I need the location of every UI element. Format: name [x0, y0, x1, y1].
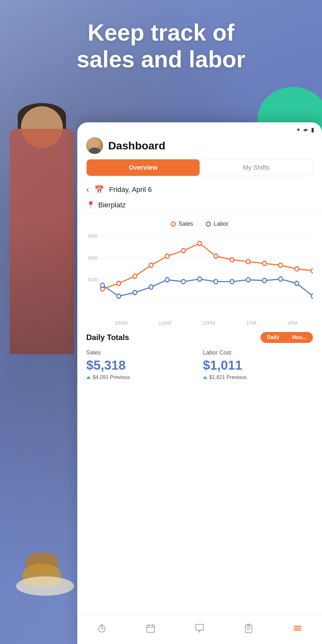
signal-icon: ◂▪ [303, 126, 308, 133]
hero-section: Keep track of sales and labor [0, 19, 322, 73]
location-row: 📍 Bierplatz [77, 198, 322, 214]
calendar-nav-icon [146, 623, 156, 633]
hero-line1: Keep track of [88, 20, 234, 45]
date-navigation: ‹ 📅 Friday, April 6 [77, 181, 322, 198]
sales-previous-text: $4,091 Previous [93, 374, 130, 380]
svg-point-9 [133, 274, 137, 279]
phone-mockup: ▾ ◂▪ ▮ Dashboard Overview My Shifts ‹ 📅 … [77, 122, 322, 644]
svg-point-17 [262, 261, 266, 266]
svg-point-34 [311, 294, 313, 298]
daily-totals-section: Daily Totals Daily Hou... Sales $5,318 $… [77, 326, 322, 380]
svg-point-16 [246, 260, 250, 264]
svg-point-19 [295, 267, 299, 271]
tab-my-shifts[interactable]: My Shifts [200, 159, 313, 176]
svg-point-10 [149, 263, 153, 268]
dashboard-header: Dashboard [77, 135, 322, 159]
svg-point-29 [230, 279, 234, 284]
labor-trend-up-icon [203, 376, 207, 379]
svg-text:$100: $100 [88, 277, 98, 282]
totals-title: Daily Totals [86, 333, 129, 342]
location-name: Bierplatz [98, 201, 126, 209]
svg-point-11 [165, 254, 169, 259]
nav-item-calendar[interactable] [146, 623, 156, 633]
x-label-10am: 10AM [115, 320, 127, 326]
svg-point-15 [230, 258, 234, 262]
svg-point-24 [149, 285, 153, 289]
food-items [10, 515, 80, 612]
x-label-12pm: 12PM [203, 320, 215, 326]
x-axis-labels: 10AM 11AM 12PM 1PM 2PM [86, 319, 313, 326]
sales-trend-up-icon [86, 376, 91, 379]
svg-point-33 [295, 281, 299, 286]
svg-point-12 [182, 249, 185, 253]
legend-sales-label: Sales [178, 221, 193, 227]
tab-overview[interactable]: Overview [87, 159, 200, 176]
svg-point-32 [279, 277, 282, 281]
status-bar: ▾ ◂▪ ▮ [77, 122, 322, 135]
x-label-2pm: 2PM [288, 320, 298, 326]
prev-date-button[interactable]: ‹ [86, 185, 89, 194]
nav-item-clipboard[interactable] [243, 623, 254, 633]
chart-container: $500 $300 $100 [86, 232, 313, 316]
totals-tabs: Daily Hou... [260, 332, 313, 343]
svg-point-31 [262, 278, 266, 283]
hero-line2: sales and labor [77, 46, 245, 72]
sales-label: Sales [86, 349, 196, 356]
avatar[interactable] [86, 137, 103, 154]
svg-point-18 [279, 263, 282, 268]
wifi-icon: ▾ [297, 126, 300, 133]
legend-sales: Sales [171, 221, 193, 227]
sales-dot [171, 222, 176, 227]
page-title: Dashboard [108, 139, 166, 152]
svg-point-27 [198, 277, 202, 281]
nav-item-chat[interactable] [194, 623, 205, 633]
bottom-navigation [77, 615, 322, 644]
svg-point-20 [311, 269, 313, 273]
svg-point-23 [133, 290, 137, 295]
labor-cost-previous-text: $1,821 Previous [209, 374, 247, 380]
tab-daily[interactable]: Daily [260, 332, 286, 343]
svg-point-8 [117, 281, 121, 286]
svg-point-28 [214, 279, 218, 284]
totals-grid: Sales $5,318 $4,091 Previous Labor Cost … [86, 349, 313, 380]
x-label-1pm: 1PM [246, 320, 256, 326]
svg-point-30 [246, 278, 250, 282]
person-silhouette [0, 97, 84, 419]
sales-value: $5,318 [86, 358, 196, 373]
timer-icon [97, 623, 107, 633]
location-pin-icon: 📍 [86, 201, 95, 209]
nav-item-menu[interactable] [292, 623, 303, 633]
nav-item-timer[interactable] [97, 623, 107, 633]
svg-rect-39 [147, 625, 155, 632]
svg-point-14 [214, 254, 218, 259]
svg-point-13 [198, 241, 202, 246]
selected-date: Friday, April 6 [109, 185, 152, 194]
x-label-11am: 11AM [159, 320, 171, 326]
sales-col: Sales $5,318 $4,091 Previous [86, 349, 196, 380]
svg-point-21 [100, 283, 104, 288]
tab-hourly[interactable]: Hou... [286, 332, 313, 343]
labor-cost-value: $1,011 [203, 358, 313, 373]
svg-point-22 [117, 294, 121, 298]
chart-area: Sales Labor $500 $300 $100 [77, 214, 322, 326]
totals-header: Daily Totals Daily Hou... [86, 332, 313, 343]
legend-labor-label: Labor [213, 221, 228, 227]
legend-labor: Labor [206, 221, 228, 227]
svg-text:$300: $300 [88, 255, 98, 260]
menu-icon [292, 623, 303, 633]
svg-point-26 [182, 279, 185, 284]
clipboard-icon [243, 623, 254, 633]
chart-svg: $500 $300 $100 [86, 232, 313, 316]
svg-text:$500: $500 [88, 233, 98, 239]
battery-icon: ▮ [311, 126, 314, 133]
chat-icon [194, 623, 205, 633]
labor-cost-col: Labor Cost $1,011 $1,821 Previous [203, 349, 313, 380]
sales-previous: $4,091 Previous [86, 374, 196, 380]
chart-legend: Sales Labor [86, 221, 313, 227]
labor-dot [206, 222, 211, 227]
calendar-icon: 📅 [94, 185, 104, 194]
labor-cost-previous: $1,821 Previous [203, 374, 313, 380]
tabs-container: Overview My Shifts [86, 159, 313, 176]
svg-point-25 [165, 278, 169, 282]
labor-cost-label: Labor Cost [203, 349, 313, 356]
